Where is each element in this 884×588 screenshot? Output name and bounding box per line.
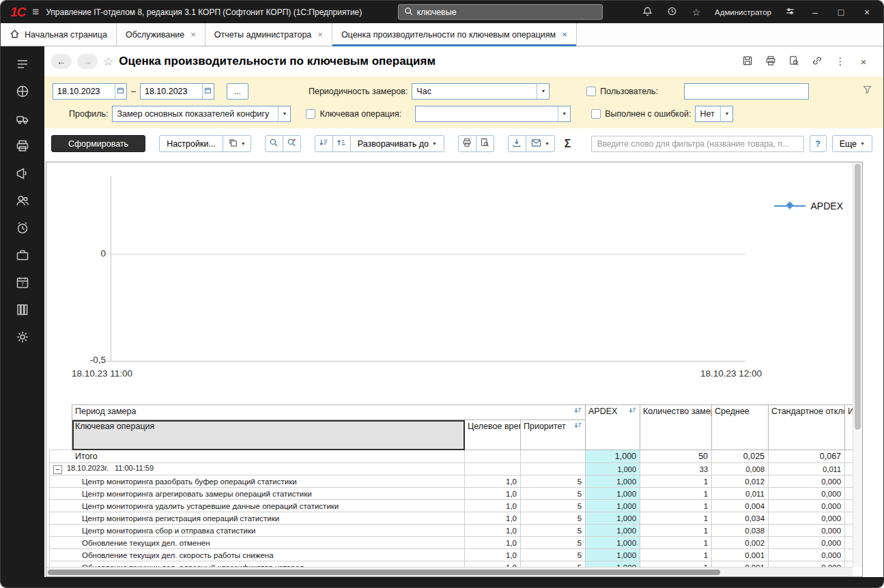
cell-target[interactable]: 1,0 (465, 525, 521, 537)
horizontal-scrollbar-thumb[interactable] (48, 570, 720, 575)
date-from-calendar-button[interactable] (115, 84, 126, 99)
sidebar-icon-briefcase[interactable] (13, 246, 32, 264)
cell-priority[interactable]: 5 (521, 475, 586, 488)
cell-avg[interactable]: 0,002 (712, 537, 769, 549)
cell-avg[interactable]: 0,001 (712, 561, 769, 568)
cell-target[interactable]: 1,0 (465, 500, 521, 512)
cell-partial[interactable] (845, 549, 853, 561)
forward-button[interactable]: → (77, 54, 98, 69)
minimize-button[interactable]: – (805, 4, 825, 20)
table-row[interactable]: Центр мониторинга удалить устаревшие дан… (50, 500, 853, 512)
close-report-button[interactable]: × (855, 53, 872, 70)
save-button[interactable] (739, 53, 756, 70)
preview-header-button[interactable] (785, 53, 803, 70)
more-menu-button[interactable]: ⋮ (831, 53, 849, 70)
global-search-input[interactable] (417, 8, 597, 17)
sidebar-icon-alarm-clock[interactable] (13, 218, 32, 237)
cell-partial[interactable] (845, 537, 853, 549)
cell-apdex[interactable]: 1,000 (586, 500, 640, 512)
column-header-clipped[interactable]: И (845, 405, 853, 450)
table-row[interactable]: Обновление текущих дел. отменен1,051,000… (50, 537, 853, 549)
sidebar-icon-menu[interactable] (13, 55, 32, 73)
column-header-apdex[interactable]: APDEX (586, 405, 640, 450)
tab-admin-reports[interactable]: Отчеты администратора × (205, 23, 332, 46)
current-user[interactable]: Администратор (715, 8, 771, 16)
cell-avg[interactable]: 0,001 (712, 549, 769, 561)
cell-apdex[interactable]: 1,000 (586, 450, 640, 463)
row-name-cell[interactable]: Центр мониторинга сбор и отправка статис… (50, 525, 465, 537)
cell-avg[interactable]: 0,038 (712, 525, 769, 537)
tab-maintenance[interactable]: Обслуживание × (117, 23, 205, 46)
cell-stddev[interactable]: 0,000 (769, 488, 845, 500)
cell-partial[interactable] (845, 488, 853, 500)
chevron-down-icon[interactable]: ▼ (537, 84, 549, 99)
close-tab-icon[interactable]: × (562, 29, 567, 40)
main-menu-button[interactable]: ≡ (32, 5, 39, 19)
cell-partial[interactable] (845, 525, 853, 537)
sidebar-icon-megaphone[interactable] (13, 164, 32, 182)
cell-partial[interactable] (845, 463, 853, 475)
generate-button[interactable]: Сформировать (51, 135, 145, 152)
column-header-period[interactable]: Период замера (72, 405, 586, 420)
user-field[interactable] (684, 83, 809, 100)
cell-count[interactable]: 1 (640, 549, 712, 561)
filter-funnel-icon[interactable] (862, 85, 872, 97)
cell-target[interactable]: 1,0 (465, 537, 521, 549)
cell-priority[interactable]: 5 (521, 488, 586, 500)
cell-count[interactable]: 1 (640, 512, 712, 525)
date-variants-button[interactable]: ... (227, 83, 248, 100)
cell-apdex[interactable]: 1,000 (586, 561, 640, 568)
quick-filter-field[interactable] (591, 136, 804, 152)
cell-stddev[interactable]: 0,000 (769, 537, 845, 549)
sidebar-icon-globe[interactable] (13, 82, 32, 100)
search-button[interactable] (265, 135, 283, 152)
chevron-down-icon[interactable]: ▼ (278, 106, 290, 121)
error-flag-select[interactable]: Нет ▼ (695, 106, 733, 122)
quick-filter-input[interactable] (592, 139, 803, 149)
cell-avg[interactable]: 0,034 (712, 512, 769, 525)
sort-descending-icon[interactable] (574, 407, 582, 417)
cell-count[interactable]: 50 (640, 450, 712, 463)
close-tab-icon[interactable]: × (317, 29, 323, 40)
sidebar-icon-truck[interactable] (13, 109, 32, 128)
cell-count[interactable]: 1 (640, 500, 712, 512)
vertical-scrollbar[interactable] (853, 162, 862, 567)
cell-partial[interactable] (845, 512, 853, 525)
print-button[interactable] (458, 135, 476, 152)
table-row[interactable]: Итого1,000500,0250,067 (50, 450, 853, 463)
print-preview-button[interactable] (476, 135, 494, 152)
cell-avg[interactable]: 0,011 (712, 488, 769, 500)
report-area[interactable]: APDEX 0 -0,5 18.10.23 11:00 18.10.23 12:… (46, 162, 863, 577)
table-row[interactable]: Обновление текущих дел. скорость работы … (50, 549, 853, 561)
user-checkbox[interactable] (586, 87, 596, 96)
date-to-input[interactable] (141, 87, 202, 96)
table-row[interactable]: Обновление текущих дел. адресный классиф… (50, 561, 853, 568)
more-button[interactable]: Еще ▼ (832, 135, 872, 152)
tab-start-page[interactable]: Начальная страница (1, 23, 117, 46)
maximize-button[interactable]: □ (831, 4, 851, 20)
cell-avg[interactable]: 0,008 (712, 463, 769, 475)
date-to-field[interactable] (140, 83, 214, 100)
favorite-star-button[interactable]: ☆ (103, 55, 113, 69)
column-header-count[interactable]: Количество замеров (640, 405, 712, 450)
row-name-cell[interactable]: Обновление текущих дел. отменен (50, 537, 465, 549)
sidebar-icon-archive[interactable] (13, 300, 32, 319)
cell-stddev[interactable]: 0,000 (769, 561, 845, 568)
cell-count[interactable]: 1 (640, 537, 712, 549)
cell-apdex[interactable]: 1,000 (586, 549, 640, 561)
cell-partial[interactable] (845, 475, 853, 488)
cell-stddev[interactable]: 0,000 (769, 549, 845, 561)
table-row[interactable]: Центр мониторинга сбор и отправка статис… (50, 525, 853, 537)
cell-priority[interactable] (521, 450, 586, 463)
cell-count[interactable]: 1 (640, 488, 712, 500)
cell-stddev[interactable]: 0,000 (769, 475, 845, 488)
cell-count[interactable]: 1 (640, 475, 712, 488)
column-header-stddev[interactable]: Стандартное отклонение (769, 405, 845, 450)
cell-priority[interactable]: 5 (521, 549, 586, 561)
sidebar-icon-gear[interactable] (13, 327, 32, 346)
row-name-cell[interactable]: Обновление текущих дел. скорость работы … (50, 549, 465, 561)
cell-target[interactable] (465, 463, 521, 475)
cell-priority[interactable]: 5 (521, 537, 586, 549)
table-row[interactable]: Центр мониторинга разобрать буфер операц… (50, 475, 853, 488)
row-name-cell[interactable]: Центр мониторинга агрегировать замеры оп… (50, 488, 465, 500)
